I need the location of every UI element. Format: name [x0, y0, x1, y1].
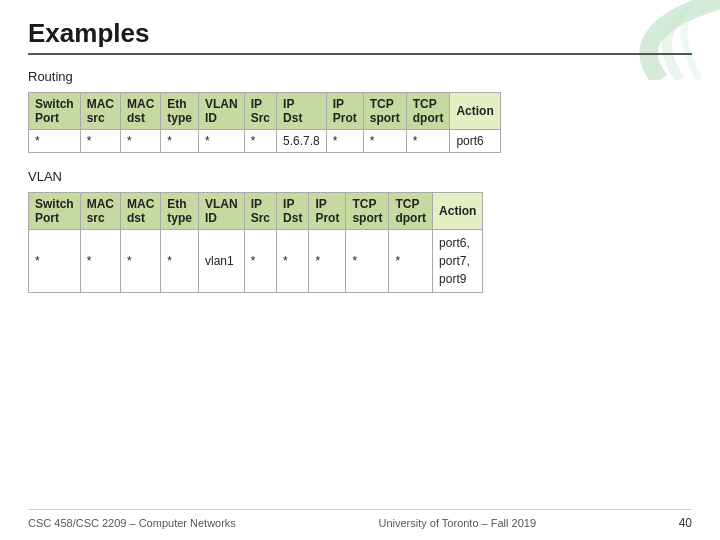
- vlan-row1-ipprot: *: [309, 230, 346, 293]
- routing-row1-ipsrc: *: [244, 130, 276, 153]
- routing-table-wrapper: SwitchPort MACsrc MACdst Ethtype VLANID …: [28, 92, 692, 153]
- routing-header-macdst: MACdst: [121, 93, 161, 130]
- table-row: * * * * * * 5.6.7.8 * * * port6: [29, 130, 501, 153]
- routing-header-macsrc: MACsrc: [80, 93, 120, 130]
- footer-center: University of Toronto – Fall 2019: [378, 517, 536, 529]
- vlan-row1-tcpsport: *: [346, 230, 389, 293]
- routing-row1-macsrc: *: [80, 130, 120, 153]
- vlan-header-switchport: SwitchPort: [29, 193, 81, 230]
- vlan-header-vlanid: VLANID: [199, 193, 245, 230]
- vlan-row1-tcpdport: *: [389, 230, 433, 293]
- routing-row1-tcpdport: *: [406, 130, 450, 153]
- page-title: Examples: [28, 18, 692, 49]
- vlan-header-ethtype: Ethtype: [161, 193, 199, 230]
- footer: CSC 458/CSC 2209 – Computer Networks Uni…: [28, 509, 692, 530]
- page-wrapper: Examples Routing SwitchPort MACsrc MACds…: [0, 0, 720, 540]
- routing-row1-ethtype: *: [161, 130, 199, 153]
- routing-row1-macdst: *: [121, 130, 161, 153]
- vlan-header-ipsrc: IPSrc: [244, 193, 276, 230]
- routing-header-ipsrc: IPSrc: [244, 93, 276, 130]
- routing-header-ipprot: IPProt: [326, 93, 363, 130]
- routing-row1-action: port6: [450, 130, 500, 153]
- routing-header-row: SwitchPort MACsrc MACdst Ethtype VLANID …: [29, 93, 501, 130]
- routing-header-tcpdport: TCPdport: [406, 93, 450, 130]
- routing-row1-switchport: *: [29, 130, 81, 153]
- vlan-header-ipprot: IPProt: [309, 193, 346, 230]
- vlan-section-label: VLAN: [28, 169, 692, 184]
- routing-row1-ipprot: *: [326, 130, 363, 153]
- routing-row1-ipdst: 5.6.7.8: [277, 130, 327, 153]
- routing-header-ipdst: IPDst: [277, 93, 327, 130]
- vlan-row1-macdst: *: [121, 230, 161, 293]
- routing-header-tcpsport: TCPsport: [363, 93, 406, 130]
- vlan-row1-ethtype: *: [161, 230, 199, 293]
- vlan-header-macdst: MACdst: [121, 193, 161, 230]
- vlan-header-ipdst: IPDst: [277, 193, 309, 230]
- footer-page-number: 40: [679, 516, 692, 530]
- vlan-row1-action: port6,port7,port9: [433, 230, 483, 293]
- vlan-header-tcpdport: TCPdport: [389, 193, 433, 230]
- vlan-header-macsrc: MACsrc: [80, 193, 120, 230]
- vlan-row1-vlanid: vlan1: [199, 230, 245, 293]
- title-divider: [28, 53, 692, 55]
- routing-header-switchport: SwitchPort: [29, 93, 81, 130]
- table-row: * * * * vlan1 * * * * * port6,port7,port…: [29, 230, 483, 293]
- vlan-row1-ipdst: *: [277, 230, 309, 293]
- routing-header-action: Action: [450, 93, 500, 130]
- footer-left: CSC 458/CSC 2209 – Computer Networks: [28, 517, 236, 529]
- vlan-row1-ipsrc: *: [244, 230, 276, 293]
- routing-header-vlanid: VLANID: [199, 93, 245, 130]
- routing-header-ethtype: Ethtype: [161, 93, 199, 130]
- vlan-row1-switchport: *: [29, 230, 81, 293]
- routing-row1-vlanid: *: [199, 130, 245, 153]
- vlan-header-row: SwitchPort MACsrc MACdst Ethtype VLANID …: [29, 193, 483, 230]
- routing-section-label: Routing: [28, 69, 692, 84]
- vlan-row1-macsrc: *: [80, 230, 120, 293]
- vlan-header-tcpsport: TCPsport: [346, 193, 389, 230]
- vlan-table-wrapper: SwitchPort MACsrc MACdst Ethtype VLANID …: [28, 192, 692, 293]
- vlan-table: SwitchPort MACsrc MACdst Ethtype VLANID …: [28, 192, 483, 293]
- vlan-header-action: Action: [433, 193, 483, 230]
- routing-row1-tcpsport: *: [363, 130, 406, 153]
- routing-table: SwitchPort MACsrc MACdst Ethtype VLANID …: [28, 92, 501, 153]
